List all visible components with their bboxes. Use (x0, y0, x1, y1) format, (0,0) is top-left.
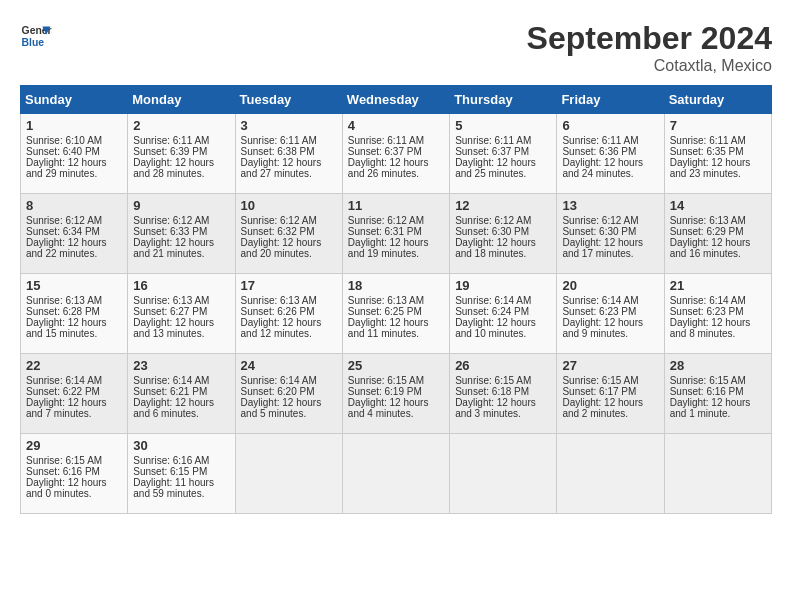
cell-content: Sunrise: 6:15 AM (670, 375, 766, 386)
table-row (557, 434, 664, 514)
day-number: 1 (26, 118, 122, 133)
cell-content: Daylight: 12 hours (26, 317, 122, 328)
cell-content: Daylight: 12 hours (455, 317, 551, 328)
table-row: 15Sunrise: 6:13 AMSunset: 6:28 PMDayligh… (21, 274, 128, 354)
day-number: 20 (562, 278, 658, 293)
cell-content: Daylight: 12 hours (241, 397, 337, 408)
table-row (342, 434, 449, 514)
cell-content: Daylight: 12 hours (26, 397, 122, 408)
cell-content: Daylight: 12 hours (348, 157, 444, 168)
day-number: 14 (670, 198, 766, 213)
day-number: 16 (133, 278, 229, 293)
cell-content: Sunset: 6:29 PM (670, 226, 766, 237)
title-block: September 2024 Cotaxtla, Mexico (527, 20, 772, 75)
cell-content: Sunrise: 6:15 AM (455, 375, 551, 386)
cell-content: Sunset: 6:27 PM (133, 306, 229, 317)
calendar-week-row: 29Sunrise: 6:15 AMSunset: 6:16 PMDayligh… (21, 434, 772, 514)
cell-content: and 8 minutes. (670, 328, 766, 339)
cell-content: Daylight: 12 hours (26, 157, 122, 168)
cell-content: Daylight: 12 hours (241, 157, 337, 168)
cell-content: and 20 minutes. (241, 248, 337, 259)
table-row: 1Sunrise: 6:10 AMSunset: 6:40 PMDaylight… (21, 114, 128, 194)
cell-content: Sunrise: 6:15 AM (26, 455, 122, 466)
calendar-week-row: 22Sunrise: 6:14 AMSunset: 6:22 PMDayligh… (21, 354, 772, 434)
svg-text:Blue: Blue (22, 37, 45, 48)
cell-content: and 25 minutes. (455, 168, 551, 179)
cell-content: Sunrise: 6:11 AM (455, 135, 551, 146)
cell-content: Sunset: 6:23 PM (670, 306, 766, 317)
cell-content: Sunrise: 6:12 AM (455, 215, 551, 226)
cell-content: Sunrise: 6:15 AM (348, 375, 444, 386)
col-sunday: Sunday (21, 86, 128, 114)
col-tuesday: Tuesday (235, 86, 342, 114)
day-number: 13 (562, 198, 658, 213)
cell-content: and 22 minutes. (26, 248, 122, 259)
cell-content: Daylight: 12 hours (26, 237, 122, 248)
day-number: 22 (26, 358, 122, 373)
day-number: 26 (455, 358, 551, 373)
cell-content: Daylight: 12 hours (133, 157, 229, 168)
col-friday: Friday (557, 86, 664, 114)
cell-content: Sunset: 6:17 PM (562, 386, 658, 397)
table-row: 13Sunrise: 6:12 AMSunset: 6:30 PMDayligh… (557, 194, 664, 274)
cell-content: and 2 minutes. (562, 408, 658, 419)
cell-content: Sunset: 6:26 PM (241, 306, 337, 317)
table-row: 27Sunrise: 6:15 AMSunset: 6:17 PMDayligh… (557, 354, 664, 434)
cell-content: Sunrise: 6:14 AM (670, 295, 766, 306)
cell-content: Daylight: 12 hours (455, 237, 551, 248)
cell-content: Daylight: 12 hours (26, 477, 122, 488)
col-thursday: Thursday (450, 86, 557, 114)
cell-content: Daylight: 12 hours (133, 237, 229, 248)
table-row: 6Sunrise: 6:11 AMSunset: 6:36 PMDaylight… (557, 114, 664, 194)
day-number: 18 (348, 278, 444, 293)
table-row: 21Sunrise: 6:14 AMSunset: 6:23 PMDayligh… (664, 274, 771, 354)
cell-content: Sunrise: 6:11 AM (133, 135, 229, 146)
cell-content: Sunrise: 6:14 AM (133, 375, 229, 386)
cell-content: and 11 minutes. (348, 328, 444, 339)
cell-content: and 12 minutes. (241, 328, 337, 339)
day-number: 28 (670, 358, 766, 373)
cell-content: Sunset: 6:30 PM (562, 226, 658, 237)
table-row: 25Sunrise: 6:15 AMSunset: 6:19 PMDayligh… (342, 354, 449, 434)
table-row: 17Sunrise: 6:13 AMSunset: 6:26 PMDayligh… (235, 274, 342, 354)
cell-content: Sunset: 6:40 PM (26, 146, 122, 157)
table-row: 28Sunrise: 6:15 AMSunset: 6:16 PMDayligh… (664, 354, 771, 434)
cell-content: Daylight: 12 hours (670, 237, 766, 248)
day-number: 10 (241, 198, 337, 213)
cell-content: Sunrise: 6:14 AM (241, 375, 337, 386)
logo-icon: General Blue (20, 20, 52, 52)
day-number: 2 (133, 118, 229, 133)
cell-content: Daylight: 12 hours (348, 317, 444, 328)
cell-content: Daylight: 12 hours (455, 157, 551, 168)
cell-content: Sunset: 6:36 PM (562, 146, 658, 157)
cell-content: Sunrise: 6:13 AM (133, 295, 229, 306)
cell-content: Sunset: 6:24 PM (455, 306, 551, 317)
table-row: 9Sunrise: 6:12 AMSunset: 6:33 PMDaylight… (128, 194, 235, 274)
cell-content: and 29 minutes. (26, 168, 122, 179)
cell-content: Sunset: 6:33 PM (133, 226, 229, 237)
cell-content: and 16 minutes. (670, 248, 766, 259)
table-row: 16Sunrise: 6:13 AMSunset: 6:27 PMDayligh… (128, 274, 235, 354)
cell-content: Sunset: 6:31 PM (348, 226, 444, 237)
cell-content: Daylight: 12 hours (348, 397, 444, 408)
cell-content: Daylight: 12 hours (562, 157, 658, 168)
cell-content: and 6 minutes. (133, 408, 229, 419)
cell-content: and 17 minutes. (562, 248, 658, 259)
cell-content: and 18 minutes. (455, 248, 551, 259)
cell-content: Sunset: 6:35 PM (670, 146, 766, 157)
day-number: 21 (670, 278, 766, 293)
calendar-week-row: 1Sunrise: 6:10 AMSunset: 6:40 PMDaylight… (21, 114, 772, 194)
day-number: 6 (562, 118, 658, 133)
cell-content: Sunset: 6:37 PM (348, 146, 444, 157)
table-row: 23Sunrise: 6:14 AMSunset: 6:21 PMDayligh… (128, 354, 235, 434)
cell-content: Sunset: 6:32 PM (241, 226, 337, 237)
cell-content: Sunset: 6:28 PM (26, 306, 122, 317)
day-number: 17 (241, 278, 337, 293)
cell-content: Sunrise: 6:13 AM (348, 295, 444, 306)
cell-content: Sunrise: 6:11 AM (670, 135, 766, 146)
cell-content: and 3 minutes. (455, 408, 551, 419)
cell-content: Daylight: 12 hours (455, 397, 551, 408)
cell-content: Daylight: 12 hours (562, 237, 658, 248)
cell-content: Sunset: 6:37 PM (455, 146, 551, 157)
cell-content: and 13 minutes. (133, 328, 229, 339)
